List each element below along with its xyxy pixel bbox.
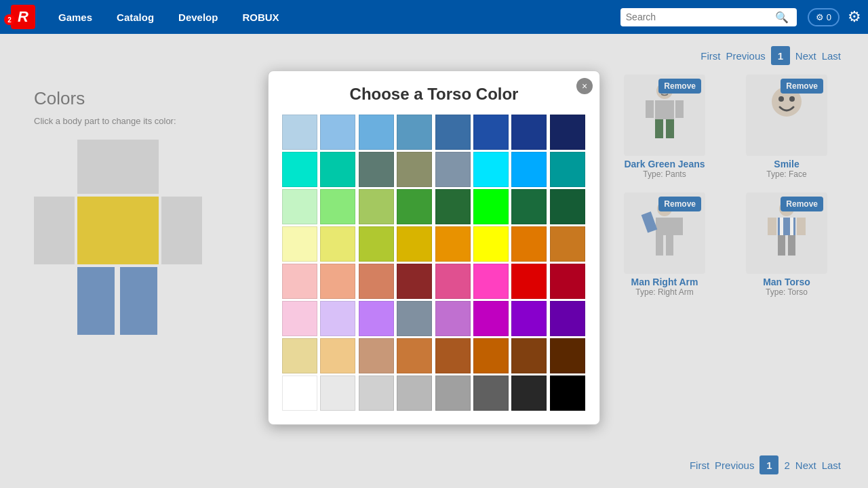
color-cell-22[interactable] [511, 189, 547, 224]
color-cell-33[interactable] [320, 264, 355, 299]
color-cell-54[interactable] [511, 338, 547, 373]
color-cell-18[interactable] [359, 189, 394, 224]
color-cell-58[interactable] [359, 375, 394, 411]
page-content: First Previous 1 Next Last Colors Click … [0, 34, 868, 488]
color-cell-32[interactable] [282, 264, 317, 299]
color-cell-11[interactable] [397, 152, 432, 187]
color-cell-41[interactable] [320, 301, 355, 336]
color-cell-53[interactable] [473, 338, 509, 373]
color-cell-19[interactable] [397, 189, 432, 224]
color-cell-36[interactable] [435, 264, 471, 299]
color-cell-15[interactable] [550, 152, 585, 187]
color-cell-1[interactable] [320, 115, 355, 150]
robux-balance[interactable]: ⚙ 0 [808, 8, 840, 26]
nav-develop[interactable]: Develop [166, 12, 230, 23]
color-cell-12[interactable] [435, 152, 471, 187]
robux-icon: ⚙ [816, 12, 824, 22]
color-cell-10[interactable] [359, 152, 394, 187]
color-cell-6[interactable] [511, 115, 547, 150]
color-cell-24[interactable] [282, 226, 317, 262]
modal-title: Choose a Torso Color [282, 85, 586, 104]
color-cell-5[interactable] [473, 115, 509, 150]
color-cell-34[interactable] [359, 264, 394, 299]
color-cell-8[interactable] [282, 152, 317, 187]
color-cell-57[interactable] [320, 375, 355, 411]
color-cell-60[interactable] [435, 375, 471, 411]
color-cell-16[interactable] [282, 189, 317, 224]
top-navigation: 2 R Games Catalog Develop ROBUX 🔍 ⚙ 0 ⚙ [0, 0, 868, 34]
color-grid [282, 115, 586, 411]
color-cell-27[interactable] [397, 226, 432, 262]
color-cell-51[interactable] [397, 338, 432, 373]
color-cell-43[interactable] [397, 301, 432, 336]
color-picker-modal: × Choose a Torso Color [268, 70, 600, 425]
search-bar: 🔍 [620, 8, 797, 26]
modal-close-button[interactable]: × [576, 78, 593, 94]
color-cell-62[interactable] [511, 375, 547, 411]
color-cell-61[interactable] [473, 375, 509, 411]
color-cell-52[interactable] [435, 338, 471, 373]
color-cell-46[interactable] [511, 301, 547, 336]
color-cell-50[interactable] [359, 338, 394, 373]
color-cell-28[interactable] [435, 226, 471, 262]
color-cell-0[interactable] [282, 115, 317, 150]
nav-games[interactable]: Games [46, 12, 104, 23]
color-cell-30[interactable] [511, 226, 547, 262]
color-cell-31[interactable] [550, 226, 585, 262]
color-cell-29[interactable] [473, 226, 509, 262]
nav-robux[interactable]: ROBUX [230, 12, 291, 23]
color-cell-38[interactable] [511, 264, 547, 299]
color-cell-25[interactable] [320, 226, 355, 262]
nav-right-section: ⚙ 0 ⚙ [808, 8, 861, 26]
color-cell-2[interactable] [359, 115, 394, 150]
color-cell-45[interactable] [473, 301, 509, 336]
search-input[interactable] [626, 12, 775, 22]
color-cell-35[interactable] [397, 264, 432, 299]
search-icon[interactable]: 🔍 [775, 11, 789, 24]
color-cell-59[interactable] [397, 375, 432, 411]
color-cell-3[interactable] [397, 115, 432, 150]
color-cell-17[interactable] [320, 189, 355, 224]
color-cell-26[interactable] [359, 226, 394, 262]
color-cell-14[interactable] [511, 152, 547, 187]
settings-icon[interactable]: ⚙ [848, 8, 861, 26]
color-cell-21[interactable] [473, 189, 509, 224]
color-cell-63[interactable] [550, 375, 585, 411]
color-cell-42[interactable] [359, 301, 394, 336]
color-cell-7[interactable] [550, 115, 585, 150]
color-cell-40[interactable] [282, 301, 317, 336]
color-cell-49[interactable] [320, 338, 355, 373]
color-cell-48[interactable] [282, 338, 317, 373]
color-cell-9[interactable] [320, 152, 355, 187]
color-cell-44[interactable] [435, 301, 471, 336]
color-cell-20[interactable] [435, 189, 471, 224]
nav-catalog[interactable]: Catalog [104, 12, 166, 23]
color-cell-13[interactable] [473, 152, 509, 187]
color-cell-4[interactable] [435, 115, 471, 150]
color-cell-23[interactable] [550, 189, 585, 224]
color-cell-37[interactable] [473, 264, 509, 299]
color-cell-55[interactable] [550, 338, 585, 373]
color-cell-47[interactable] [550, 301, 585, 336]
modal-overlay: × Choose a Torso Color [0, 34, 868, 488]
color-cell-56[interactable] [282, 375, 317, 411]
badge-count: 2 [4, 14, 15, 25]
color-cell-39[interactable] [550, 264, 585, 299]
